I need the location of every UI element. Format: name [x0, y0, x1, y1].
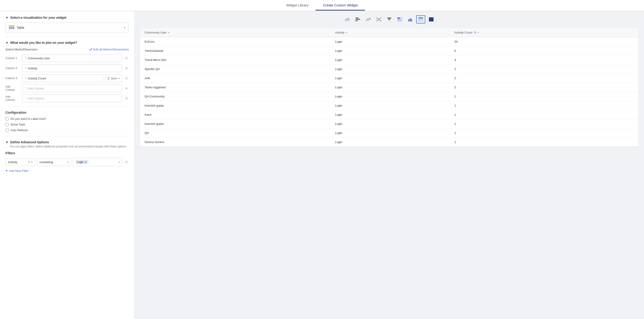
th-community-user[interactable]: Community User ▾ — [140, 28, 330, 37]
cell-activity: Login — [330, 101, 450, 110]
data-table-wrapper: Community User ▾ Activity ▾ — [134, 28, 644, 319]
cell-activity_count: 1 — [450, 138, 638, 147]
chart-btn-bar-v[interactable] — [406, 15, 415, 24]
checkbox-show-total-label[interactable]: Show Total — [10, 123, 25, 126]
checkbox-auto-refresh-label[interactable]: Auto Refresh — [10, 128, 28, 132]
cell-activity_count: 1 — [450, 119, 638, 128]
cell-community_user: lovenish gupta — [140, 101, 330, 110]
plot-section-header[interactable]: ▼ What would you like to plot on your wi… — [6, 41, 129, 45]
add-column-1-placeholder: Add Column — [28, 87, 44, 90]
cell-activity_count: 1 — [450, 128, 638, 138]
svg-line-21 — [378, 20, 378, 20]
sigma-icon: Σ — [108, 77, 110, 80]
filter-condition-label: containing — [40, 160, 53, 164]
table-row: AvikLogin2 — [140, 74, 638, 83]
edit-icon — [89, 48, 92, 51]
chart-btn-funnel[interactable] — [385, 15, 394, 24]
checkbox-label-axis-input[interactable] — [6, 117, 9, 121]
svg-rect-35 — [418, 20, 423, 21]
chart-btn-dark-table[interactable] — [427, 15, 436, 24]
svg-rect-2 — [9, 28, 14, 29]
table-row: Trend Micro DevLogin4 — [140, 56, 638, 65]
filter-value-select[interactable]: Login ✕ ▾ — [73, 158, 122, 166]
advanced-options-header[interactable]: ▼ Define Advanced Options — [6, 140, 129, 144]
filter-field-clear[interactable]: ✕ — [28, 160, 30, 164]
tab-widget-library[interactable]: Widget Library — [279, 1, 316, 11]
column-2-close[interactable]: ✕ — [124, 65, 129, 71]
drag-handle-3: ⠿ — [25, 77, 26, 80]
svg-point-17 — [376, 20, 378, 21]
cell-activity_count: 2 — [450, 74, 638, 83]
svg-rect-8 — [356, 20, 358, 21]
add-filter-label: Add New Filter — [9, 169, 28, 172]
add-column-2-close[interactable]: ✕ — [124, 95, 129, 102]
data-table: Community User ▾ Activity ▾ — [140, 28, 638, 147]
svg-point-16 — [380, 18, 381, 19]
svg-point-14 — [378, 19, 380, 20]
column-2-input[interactable]: ⠿ Activity — [22, 64, 122, 72]
add-column-2-label: Add Column — [6, 95, 20, 102]
tab-create-custom-widget[interactable]: Create Custom Widget — [316, 1, 365, 11]
filter-tag-close[interactable]: ✕ — [84, 160, 87, 164]
chart-btn-network[interactable] — [374, 15, 383, 24]
add-column-1-input[interactable]: ⠿ Add Column — [22, 84, 122, 92]
svg-rect-1 — [9, 27, 14, 28]
th-community-user-label: Community User — [144, 31, 167, 34]
section-divider-2 — [6, 106, 129, 107]
chart-btn-table[interactable] — [416, 15, 425, 24]
column-row-2: Column 2 ⠿ Activity ✕ — [6, 64, 129, 72]
checkbox-auto-refresh: Auto Refresh — [6, 128, 129, 132]
add-filter-button[interactable]: + Add New Filter — [6, 169, 129, 173]
svg-line-19 — [378, 19, 378, 19]
viz-section-header[interactable]: ▼ Select a visualization for your widget — [6, 16, 129, 20]
th-activity-count-label: Activity Count — [454, 31, 472, 34]
filter-field-select[interactable]: Activity ✕ ▾ — [6, 158, 35, 166]
cell-activity_count: 1 — [450, 92, 638, 101]
checkbox-label-axis-label[interactable]: Do you want to Label Axis? — [10, 117, 46, 121]
add-column-2-input[interactable]: ⠿ Add Column — [22, 95, 122, 102]
column-1-input[interactable]: ⠿ Community User — [22, 54, 122, 62]
column-row-3: Column 3 ⠿ Activity Count Σ Sum ▾ ✕ — [6, 74, 129, 82]
svg-point-18 — [380, 20, 381, 21]
chart-btn-area[interactable] — [343, 15, 352, 24]
area-chart-icon — [345, 17, 350, 22]
table-row: Tashu AggarwalLogin2 — [140, 83, 638, 92]
svg-rect-38 — [429, 17, 434, 22]
checkbox-show-total-input[interactable] — [6, 123, 9, 126]
chart-btn-bar-h[interactable] — [353, 15, 362, 24]
checkbox-show-total: Show Total — [6, 123, 129, 126]
column-3-input[interactable]: ⠿ Activity Count — [22, 74, 103, 82]
chart-btn-scatter[interactable] — [364, 15, 373, 24]
cell-activity_count: 4 — [450, 56, 638, 65]
table-row: QALogin1 — [140, 128, 638, 138]
edit-metrics-link[interactable]: Edit all Metrics/Dimensions — [89, 48, 129, 51]
cell-community_user: Sprinklr QA — [140, 65, 330, 74]
add-column-1-close[interactable]: ✕ — [124, 85, 129, 92]
cell-activity: Login — [330, 92, 450, 101]
aggregation-select[interactable]: Σ Sum ▾ — [105, 74, 122, 82]
cell-activity_count: 2 — [450, 83, 638, 92]
column-1-close[interactable]: ✕ — [124, 55, 129, 61]
viz-dropdown[interactable]: Table ▾ — [6, 23, 129, 33]
plot-section-title: What would you like to plot on your widg… — [10, 41, 77, 45]
th-activity-label: Activity — [335, 31, 344, 34]
th-activity[interactable]: Activity ▾ — [330, 28, 450, 37]
chevron-down-icon-viz: ▾ — [124, 26, 126, 29]
th-activity-count[interactable]: Activity Count ⇅ ▾ — [450, 28, 638, 37]
column-3-close[interactable]: ✕ — [124, 75, 129, 82]
cell-activity: Login — [330, 110, 450, 119]
svg-rect-27 — [400, 17, 402, 19]
column-1-value: Community User — [28, 57, 50, 60]
cell-community_user: Trend Micro Dev — [140, 56, 330, 65]
filter-row-1: Activity ✕ ▾ containing ▾ Login ✕ — [6, 158, 129, 166]
svg-rect-31 — [410, 18, 411, 22]
chart-btn-pivot[interactable] — [395, 15, 404, 24]
chevron-down-icon-advanced: ▼ — [6, 141, 8, 144]
filter-row-remove[interactable]: ✕ — [124, 159, 129, 165]
column-2-value: Activity — [28, 67, 37, 70]
svg-marker-5 — [345, 18, 350, 21]
checkbox-auto-refresh-input[interactable] — [6, 129, 9, 132]
filter-condition-select[interactable]: containing ▾ — [37, 158, 71, 166]
svg-point-9 — [366, 20, 367, 21]
cell-activity_count: 1 — [450, 101, 638, 110]
